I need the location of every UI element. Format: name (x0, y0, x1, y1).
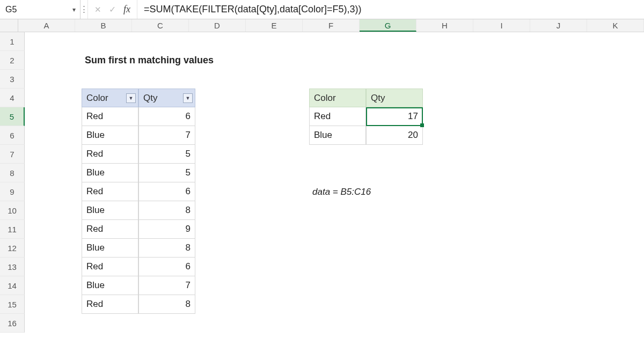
column-header-H[interactable]: H (416, 19, 473, 32)
table1-cell-qty[interactable]: 8 (138, 295, 195, 314)
table2-cell-qty[interactable]: 20 (366, 126, 423, 145)
column-header-D[interactable]: D (189, 19, 246, 32)
table2-cell-qty[interactable]: 17 (366, 107, 423, 126)
name-box-value: G5 (5, 5, 17, 14)
table1-header-color[interactable]: Color ▼ (82, 89, 138, 107)
table1-cell-color[interactable]: Blue (82, 126, 138, 145)
row-header-2[interactable]: 2 (0, 51, 25, 70)
table1-cell-color[interactable]: Red (82, 107, 138, 126)
table1-cell-color[interactable]: Red (82, 220, 138, 239)
column-header-F[interactable]: F (303, 19, 360, 32)
column-header-A[interactable]: A (18, 19, 75, 32)
table1-cell-color[interactable]: Blue (82, 201, 138, 220)
row-header-8[interactable]: 8 (0, 164, 25, 182)
column-header-I[interactable]: I (473, 19, 530, 32)
dropdown-icon: ▾ (72, 6, 76, 13)
table1-cell-color[interactable]: Blue (82, 239, 138, 258)
column-header-K[interactable]: K (587, 19, 644, 32)
row-header-15[interactable]: 15 (0, 295, 25, 314)
table1-cell-qty[interactable]: 7 (138, 126, 195, 145)
table1-header-qty[interactable]: Qty ▼ (138, 89, 195, 107)
column-header-E[interactable]: E (246, 19, 303, 32)
table1-cell-qty[interactable]: 5 (138, 145, 195, 164)
table1-cell-qty[interactable]: 7 (138, 276, 195, 295)
filter-dropdown-icon[interactable]: ▼ (126, 93, 136, 103)
table1-cell-color[interactable]: Red (82, 145, 138, 164)
formula-bar: G5 ▾ ⋮ ✕ ✓ fx =SUM(TAKE(FILTER(data[Qty]… (0, 0, 644, 19)
select-all-corner[interactable] (0, 19, 18, 32)
table1-cell-qty[interactable]: 8 (138, 239, 195, 258)
row-header-5[interactable]: 5 (0, 107, 25, 126)
table2-header-qty: Qty (366, 89, 423, 107)
column-header-J[interactable]: J (530, 19, 587, 32)
formula-text: =SUM(TAKE(FILTER(data[Qty],data[Color]=F… (144, 4, 361, 15)
fx-icon[interactable]: fx (123, 4, 130, 15)
table2-header-color: Color (309, 89, 366, 107)
column-header-C[interactable]: C (132, 19, 189, 32)
table1-cell-color[interactable]: Blue (82, 276, 138, 295)
row-header-9[interactable]: 9 (0, 182, 25, 201)
row-header-6[interactable]: 6 (0, 126, 25, 145)
row-header-14[interactable]: 14 (0, 276, 25, 295)
table2-cell-color[interactable]: Blue (309, 126, 366, 145)
row-header-7[interactable]: 7 (0, 145, 25, 164)
table1-cell-color[interactable]: Red (82, 295, 138, 314)
formula-input[interactable]: =SUM(TAKE(FILTER(data[Qty],data[Color]=F… (137, 0, 644, 19)
spreadsheet-grid[interactable]: ABCDEFGHIJK 12345678910111213141516 Sum … (0, 19, 644, 338)
row-header-10[interactable]: 10 (0, 201, 25, 220)
table1-cell-color[interactable]: Blue (82, 164, 138, 182)
row-header-3[interactable]: 3 (0, 70, 25, 89)
row-headers: 12345678910111213141516 (0, 32, 25, 333)
row-header-12[interactable]: 12 (0, 239, 25, 258)
table1-cell-qty[interactable]: 6 (138, 182, 195, 201)
row-header-4[interactable]: 4 (0, 89, 25, 107)
column-header-G[interactable]: G (360, 19, 416, 32)
filter-dropdown-icon[interactable]: ▼ (183, 93, 193, 103)
row-header-11[interactable]: 11 (0, 220, 25, 239)
row-header-13[interactable]: 13 (0, 258, 25, 276)
separator: ⋮ (80, 0, 88, 19)
enter-icon[interactable]: ✓ (109, 4, 116, 14)
table1-cell-color[interactable]: Red (82, 182, 138, 201)
named-range-note: data = B5:C16 (309, 182, 427, 201)
table1-cell-qty[interactable]: 9 (138, 220, 195, 239)
formula-bar-buttons: ✕ ✓ fx (88, 0, 137, 19)
cancel-icon[interactable]: ✕ (94, 5, 101, 14)
table1-cell-qty[interactable]: 5 (138, 164, 195, 182)
table2-cell-color[interactable]: Red (309, 107, 366, 126)
table1-cell-qty[interactable]: 6 (138, 258, 195, 276)
row-header-1[interactable]: 1 (0, 32, 25, 51)
table1-cell-qty[interactable]: 8 (138, 201, 195, 220)
column-headers: ABCDEFGHIJK (0, 19, 644, 32)
column-header-B[interactable]: B (75, 19, 132, 32)
page-title: Sum first n matching values (82, 51, 253, 70)
table1-cell-color[interactable]: Red (82, 258, 138, 276)
name-box[interactable]: G5 ▾ (0, 0, 80, 19)
table1-cell-qty[interactable]: 6 (138, 107, 195, 126)
row-header-16[interactable]: 16 (0, 314, 25, 333)
